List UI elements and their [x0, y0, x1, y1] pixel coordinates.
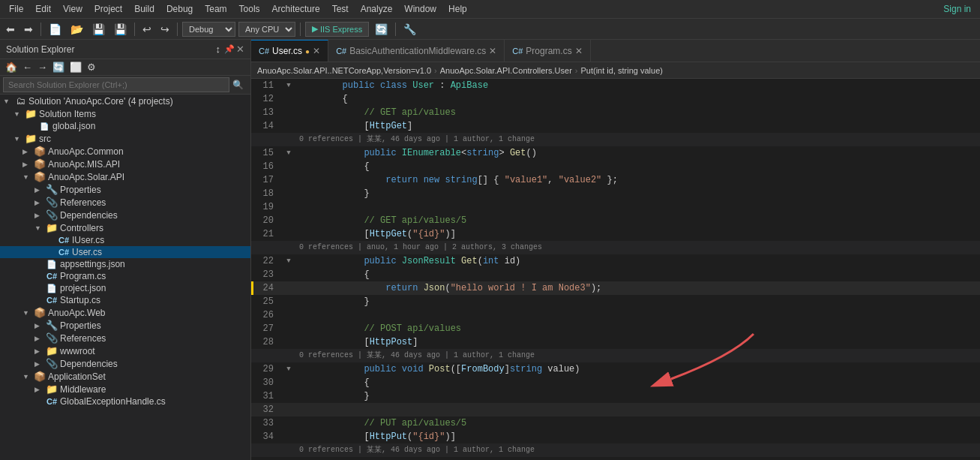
tab-basic-auth[interactable]: C# BasicAuthenticationMiddleware.cs ✕: [328, 40, 505, 62]
menu-item-debug[interactable]: Debug: [160, 2, 199, 16]
web-deps-arrow[interactable]: ▶: [34, 360, 45, 368]
tree-node-properties[interactable]: ▶ 🔧 Properties: [0, 183, 250, 196]
appset-arrow[interactable]: ▼: [22, 373, 33, 380]
tree-node-dependencies[interactable]: ▶ 📎 Dependencies: [0, 209, 250, 221]
se-close-icon[interactable]: ✕: [236, 44, 244, 55]
code-editor[interactable]: 11 ▼ public class User : ApiBase 12 { 13…: [251, 79, 980, 460]
common-arrow[interactable]: ▶: [22, 148, 33, 155]
tree-node-solution-items[interactable]: ▼ 📁 Solution Items: [0, 107, 250, 120]
open-btn[interactable]: 📂: [67, 22, 86, 37]
menu-item-window[interactable]: Window: [398, 2, 442, 16]
tree-node-src[interactable]: ▼ 📁 src: [0, 132, 250, 145]
tree-node-controllers[interactable]: ▼ 📁 Controllers: [0, 221, 250, 234]
mis-arrow[interactable]: ▶: [22, 161, 33, 168]
tools-btn[interactable]: 🔧: [400, 22, 419, 37]
menu-item-test[interactable]: Test: [326, 2, 355, 16]
undo-btn[interactable]: ↩: [139, 22, 154, 37]
menu-item-team[interactable]: Team: [199, 2, 232, 16]
menu-item-edit[interactable]: Edit: [29, 2, 57, 16]
properties-icon: 🔧: [45, 184, 58, 195]
redo-btn[interactable]: ↪: [157, 22, 172, 37]
tree-node-user-cs[interactable]: C# User.cs: [0, 246, 250, 258]
se-refresh-btn[interactable]: 🔄: [50, 61, 67, 74]
tree-node-appset[interactable]: ▼ 📦 ApplicationSet: [0, 370, 250, 383]
expand-15[interactable]: ▼: [286, 146, 290, 160]
tree-node-startup[interactable]: C# Startup.cs: [0, 294, 250, 306]
properties-arrow[interactable]: ▶: [34, 186, 45, 194]
menu-item-file[interactable]: File: [3, 2, 29, 16]
solar-arrow[interactable]: ▼: [22, 173, 33, 181]
tree-node-web-props[interactable]: ▶ 🔧 Properties: [0, 319, 250, 332]
middleware-arrow[interactable]: ▶: [34, 386, 45, 393]
code-line-18: 18 }: [251, 187, 980, 200]
references-arrow[interactable]: ▶: [34, 199, 45, 206]
tree-node-iuser[interactable]: C# IUser.cs: [0, 234, 250, 246]
tree-node-solar[interactable]: ▼ 📦 AnuoApc.Solar.API: [0, 170, 250, 183]
tree-node-project-json[interactable]: 📄 project.json: [0, 282, 250, 294]
expand-29[interactable]: ▼: [286, 362, 290, 376]
tree-node-web-deps[interactable]: ▶ 📎 Dependencies: [0, 357, 250, 370]
menu-item-tools[interactable]: Tools: [233, 2, 266, 16]
tab-user-cs[interactable]: C# User.cs ● ✕: [251, 40, 328, 62]
web-arrow[interactable]: ▼: [22, 309, 33, 317]
wwwroot-arrow[interactable]: ▶: [34, 347, 45, 355]
search-input[interactable]: [3, 77, 229, 92]
menu-item-view[interactable]: View: [57, 2, 88, 16]
save-btn[interactable]: 💾: [89, 22, 108, 37]
ref-info-1: 0 references | 某某, 46 days ago | 1 autho…: [296, 133, 980, 146]
se-home-btn[interactable]: 🏠: [3, 61, 19, 74]
program-close-btn[interactable]: ✕: [575, 46, 583, 56]
expand-22[interactable]: ▼: [286, 254, 290, 268]
controllers-arrow[interactable]: ▼: [34, 224, 45, 232]
tab-program[interactable]: C# Program.cs ✕: [505, 40, 590, 62]
basic-auth-close-btn[interactable]: ✕: [489, 46, 496, 56]
bc-method[interactable]: Put(int id, string value): [581, 66, 663, 75]
properties-label: Properties: [60, 185, 101, 195]
forward-btn[interactable]: ➡: [21, 22, 36, 37]
code-line-24: 24 return Json("hello world ! I am Node3…: [251, 281, 980, 295]
dependencies-arrow[interactable]: ▶: [34, 212, 45, 219]
code-line-15: 15 ▼ public IEnumerable<string> Get(): [251, 146, 980, 160]
menu-item-architecture[interactable]: Architecture: [266, 2, 326, 16]
se-filter-btn[interactable]: ⚙: [85, 61, 98, 74]
tree-node-global-json[interactable]: 📄 global.json: [0, 120, 250, 132]
save-all-btn[interactable]: 💾: [111, 22, 130, 37]
tree-node-appsettings[interactable]: 📄 appsettings.json: [0, 258, 250, 270]
se-collapse-btn[interactable]: ⬜: [67, 61, 84, 74]
tree-node-global-exc[interactable]: C# GlobalExceptionHandle.cs: [0, 395, 250, 407]
web-refs-arrow[interactable]: ▶: [34, 335, 45, 342]
tree-node-program[interactable]: C# Program.cs: [0, 270, 250, 282]
bc-namespace[interactable]: AnuoApc.Solar.API..NETCoreApp,Version=v1…: [257, 66, 431, 75]
solution-items-arrow[interactable]: ▼: [13, 110, 24, 118]
tree-node-web[interactable]: ▼ 📦 AnuoApc.Web: [0, 306, 250, 319]
pin-icon[interactable]: 📌: [224, 44, 235, 54]
menu-item-build[interactable]: Build: [128, 2, 160, 16]
src-arrow[interactable]: ▼: [13, 135, 24, 143]
tree-node-middleware[interactable]: ▶ 📁 Middleware: [0, 383, 250, 395]
expand-11[interactable]: ▼: [286, 79, 290, 92]
web-props-arrow[interactable]: ▶: [34, 322, 45, 329]
platform-dropdown[interactable]: Any CPU: [238, 22, 295, 37]
run-button[interactable]: ▶ IIS Express: [305, 22, 369, 37]
solution-expand-arrow[interactable]: ▼: [3, 98, 13, 105]
sign-in-link[interactable]: Sign in: [937, 2, 977, 16]
se-forward-btn[interactable]: →: [35, 61, 49, 74]
refresh-btn[interactable]: 🔄: [372, 22, 391, 37]
tree-node-references[interactable]: ▶ 📎 References: [0, 196, 250, 209]
user-cs-close-btn[interactable]: ✕: [313, 46, 320, 56]
new-btn[interactable]: 📄: [46, 22, 64, 37]
tree-node-mis[interactable]: ▶ 📦 AnuoApc.MIS.API: [0, 158, 250, 170]
menu-item-project[interactable]: Project: [88, 2, 128, 16]
tree-node-wwwroot[interactable]: ▶ 📁 wwwroot: [0, 344, 250, 357]
tree-node-solution[interactable]: ▼ 🗂 Solution 'AnuoApc.Core' (4 projects): [0, 95, 250, 107]
bc-class[interactable]: AnuoApc.Solar.API.Controllers.User: [440, 66, 572, 75]
tree-node-web-refs[interactable]: ▶ 📎 References: [0, 332, 250, 344]
se-sync-icon[interactable]: ↕: [214, 43, 223, 56]
menu-item-analyze[interactable]: Analyze: [355, 2, 399, 16]
tree-node-common[interactable]: ▶ 📦 AnuoApc.Common: [0, 145, 250, 158]
se-back-btn[interactable]: ←: [20, 61, 34, 74]
debug-config-dropdown[interactable]: Debug Release: [182, 22, 235, 37]
code-line-29: 29 ▼ public void Post([FromBody]string v…: [251, 362, 980, 376]
back-btn[interactable]: ⬅: [3, 22, 18, 37]
menu-item-help[interactable]: Help: [442, 2, 473, 16]
